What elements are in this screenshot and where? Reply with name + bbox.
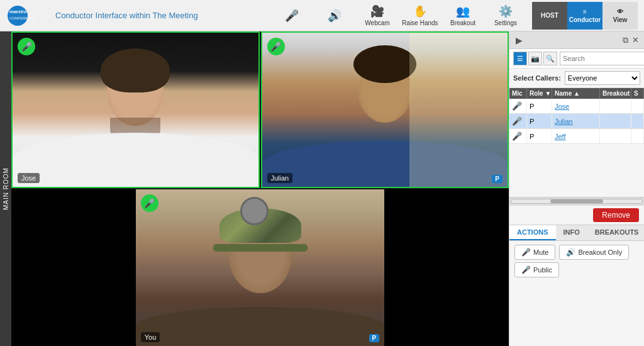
name-badge-you: You (141, 332, 160, 342)
mic-icon-julian: 🎤 (512, 116, 522, 126)
name-link-jeff[interactable]: Jeff (555, 133, 566, 140)
public-label: Public (533, 266, 552, 274)
remove-button[interactable]: Remove (593, 208, 639, 222)
td-name-jeff[interactable]: Jeff (552, 129, 600, 143)
role-badge-you: P (369, 334, 380, 342)
th-mic: Mic (509, 88, 527, 99)
settings-icon: ⚙️ (499, 4, 513, 18)
svg-text:CONFERENCE: CONFERENCE (9, 16, 36, 20)
tab-host[interactable]: HOST (532, 2, 567, 30)
raise-hands-tool-button[interactable]: ✋ Raise Hands (400, 2, 440, 30)
conductor-icon: ≡ (583, 8, 587, 15)
callers-table-header: Mic Role ▼ Name ▲ Breakout S (509, 88, 644, 99)
th-name[interactable]: Name ▲ (552, 88, 600, 99)
action-row-2: 🎤 Public (514, 262, 639, 277)
video-cell-julian: 🎤 Julian P (261, 31, 509, 188)
td-role-jeff: P (527, 129, 552, 143)
actions-area: 🎤 Mute 🔊 Breakout Only 🎤 Public (509, 241, 644, 347)
header: maestro CONFERENCE Conductor Interface w… (0, 0, 644, 31)
name-link-jose[interactable]: Jose (555, 103, 569, 110)
main-room-label: MAIN ROOM (0, 31, 11, 346)
table-row[interactable]: 🎤 P Jose (509, 99, 644, 114)
mic-icon: 🎤 (285, 9, 299, 23)
video-cell-you-inner: 🎤 You P (136, 189, 385, 346)
td-mic-julian: 🎤 (509, 114, 527, 128)
raise-hands-label: Raise Hands (402, 20, 438, 26)
video-face-jose (13, 33, 258, 187)
settings-tool-button[interactable]: ⚙️ Settings (486, 2, 526, 30)
select-callers-row: Select Callers: Everyone Muted Unmuted (509, 69, 644, 88)
mic-badge-julian: 🎤 (267, 38, 285, 55)
td-name-julian[interactable]: Julian (552, 114, 600, 128)
mute-button[interactable]: 🎤 Mute (514, 245, 555, 260)
tab-conductor[interactable]: ≡ Conductor (567, 2, 602, 30)
speaker-icon: 🔊 (328, 9, 341, 23)
panel-scrollbar[interactable] (509, 197, 644, 206)
mic-tool-button[interactable]: 🎤 (272, 2, 312, 30)
logo-icon: maestro CONFERENCE (6, 4, 50, 27)
callers-table-body: 🎤 P Jose 🎤 P Julian 🎤 P Jeff (509, 99, 644, 197)
public-button[interactable]: 🎤 Public (514, 262, 559, 277)
role-badge-julian: P (492, 175, 502, 183)
panel-restore-icon[interactable]: ⧉ (621, 34, 630, 47)
breakout-tool-button[interactable]: 👥 Breakout (443, 2, 483, 30)
tab-conductor-label: Conductor (569, 16, 601, 23)
view-icons: ☰ 📷 🔍 (513, 52, 557, 65)
tab-actions[interactable]: ACTIONS (509, 225, 556, 240)
bottom-tabs: ACTIONS INFO BREAKOUTS (509, 225, 644, 241)
svg-point-0 (8, 6, 28, 26)
th-breakout: Breakout (600, 88, 631, 99)
callers-select[interactable]: Everyone Muted Unmuted (565, 71, 640, 85)
tab-info[interactable]: INFO (556, 225, 587, 240)
panel-close-icon[interactable]: ✕ (631, 34, 640, 47)
name-link-julian[interactable]: Julian (555, 118, 573, 125)
settings-label: Settings (494, 20, 517, 26)
td-name-jose[interactable]: Jose (552, 99, 600, 113)
view-icon: 👁 (617, 8, 623, 15)
tab-view[interactable]: 👁 View (602, 2, 638, 30)
search-input[interactable] (560, 52, 644, 65)
td-breakout-jose (600, 99, 631, 113)
camera-view-button[interactable]: 📷 (528, 52, 542, 65)
td-breakout-julian (600, 114, 631, 128)
action-row-1: 🎤 Mute 🔊 Breakout Only (514, 245, 639, 260)
breakout-only-button[interactable]: 🔊 Breakout Only (559, 245, 629, 260)
search-view-button[interactable]: 🔍 (543, 52, 557, 65)
th-status: S (631, 88, 644, 99)
webcam-tool-button[interactable]: 🎥 Webcam (357, 2, 397, 30)
td-mic-jose: 🎤 (509, 99, 527, 113)
tab-breakouts[interactable]: BREAKOUTS (587, 225, 644, 240)
scrollbar-thumb (550, 199, 602, 203)
name-badge-julian: Julian (267, 173, 293, 183)
panel-header: ▶ ⧉ ✕ (509, 31, 644, 49)
td-status-jeff (631, 129, 644, 143)
tab-host-label: HOST (541, 12, 558, 19)
breakout-label: Breakout (450, 20, 475, 26)
td-breakout-jeff (600, 129, 631, 143)
list-view-button[interactable]: ☰ (513, 52, 527, 65)
select-callers-label: Select Callers: (513, 74, 561, 82)
breakout-only-label: Breakout Only (578, 248, 622, 256)
video-cell-jose: 🎤 Jose (11, 31, 260, 188)
video-area: 🎤 Jose 🎤 Julian P (11, 31, 509, 346)
breakout-only-icon: 🔊 (566, 248, 575, 257)
logo-area: maestro CONFERENCE Conductor Interface w… (6, 4, 198, 27)
speaker-tool-button[interactable]: 🔊 (314, 2, 355, 30)
svg-text:maestro: maestro (9, 9, 26, 14)
public-icon: 🎤 (521, 265, 531, 274)
search-bar: ☰ 📷 🔍 ▼ (509, 49, 644, 69)
th-role[interactable]: Role ▼ (527, 88, 552, 99)
tab-bar: HOST ≡ Conductor 👁 View (532, 2, 638, 30)
raise-hands-icon: ✋ (413, 4, 427, 18)
td-mic-jeff: 🎤 (509, 129, 527, 143)
panel-collapse-button[interactable]: ▶ (513, 34, 525, 47)
table-row[interactable]: 🎤 P Julian (509, 114, 644, 129)
mute-icon: 🎤 (521, 248, 531, 257)
name-badge-jose: Jose (18, 173, 40, 183)
table-row[interactable]: 🎤 P Jeff (509, 129, 644, 144)
td-status-jose (631, 99, 644, 113)
td-role-julian: P (527, 114, 552, 128)
tab-view-label: View (613, 16, 628, 23)
td-status-julian (631, 114, 644, 128)
scrollbar-track (511, 199, 643, 204)
